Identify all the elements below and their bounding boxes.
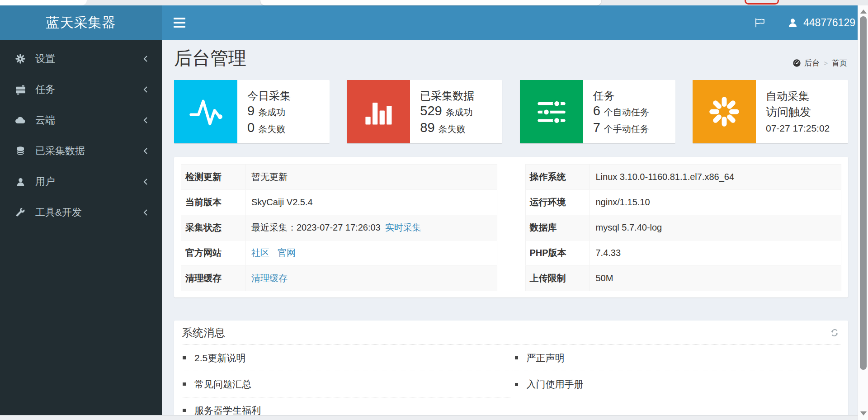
- system-info-table-right: 操作系统 Linux 3.10.0-1160.81.1.el7.x86_64 运…: [525, 164, 842, 291]
- messages-column-right: 严正声明 入门使用手册: [512, 345, 841, 420]
- user-id: 448776129: [803, 17, 855, 29]
- message-item[interactable]: 2.5更新说明: [182, 345, 510, 371]
- bullet-icon: [183, 382, 186, 386]
- chevron-left-icon: [143, 147, 148, 155]
- dashboard-icon: [793, 59, 801, 67]
- bullet-icon: [515, 356, 518, 359]
- breadcrumb-current[interactable]: 首页: [832, 58, 847, 68]
- scrollbar-thumb[interactable]: [860, 16, 867, 370]
- info-box-today-collect[interactable]: 今日采集 9条成功 0条失败: [174, 80, 330, 143]
- chevron-left-icon: [143, 209, 148, 216]
- scroll-down-arrow[interactable]: [858, 408, 868, 418]
- sidebar-item-label: 设置: [35, 52, 55, 66]
- community-link[interactable]: 社区: [251, 248, 269, 258]
- table-row: 清理缓存 清理缓存: [181, 266, 497, 291]
- stat-number: 7: [593, 120, 600, 135]
- message-item[interactable]: 常见问题汇总: [182, 371, 510, 397]
- info-box-title: 任务: [593, 88, 672, 103]
- vertical-scrollbar[interactable]: [858, 5, 868, 420]
- chevron-left-icon: [143, 178, 148, 185]
- table-row: 上传限制 50M: [525, 266, 841, 291]
- scroll-up-arrow[interactable]: [858, 6, 868, 16]
- table-row: 官方网站 社区官网: [181, 241, 497, 266]
- sidebar-item-label: 任务: [35, 83, 55, 96]
- browser-chrome-shape: [0, 0, 87, 5]
- system-info-card: 检测更新 暂无更新 当前版本 SkyCaiji V2.5.4 采集状态 最近采集…: [174, 157, 848, 297]
- chevron-left-icon: [143, 55, 148, 62]
- main-content: 后台管理 后台 > 首页: [162, 40, 857, 420]
- breadcrumb: 后台 > 首页: [793, 58, 847, 68]
- sliders-icon: [520, 80, 583, 143]
- table-row: PHP版本 7.4.33: [525, 241, 841, 266]
- user-icon: [13, 177, 28, 187]
- sidebar-item-tools-dev[interactable]: 工具&开发: [0, 197, 162, 228]
- sidebar-item-collected-data[interactable]: 已采集数据: [0, 136, 162, 166]
- table-row: 操作系统 Linux 3.10.0-1160.81.1.el7.x86_64: [525, 165, 841, 190]
- stat-text: 个手动任务: [604, 124, 649, 134]
- messages-column-left: 2.5更新说明 常见问题汇总 服务器学生福利: [182, 345, 510, 420]
- stat-number: 529: [420, 104, 442, 118]
- sidebar-toggle-button[interactable]: [174, 18, 185, 28]
- message-item[interactable]: 严正声明: [512, 345, 841, 371]
- stat-number: 0: [247, 120, 255, 135]
- bullet-icon: [183, 409, 186, 412]
- stat-number: 9: [247, 104, 255, 118]
- brand-logo[interactable]: 蓝天采集器: [0, 5, 162, 40]
- content-header: 后台管理 后台 > 首页: [174, 40, 848, 80]
- page-title: 后台管理: [174, 48, 848, 68]
- cloud-icon: [13, 114, 28, 126]
- stat-number: 6: [593, 104, 600, 118]
- sidebar-item-cloud[interactable]: 云端: [0, 105, 162, 136]
- info-box-row: 今日采集 9条成功 0条失败 已采集数据 529条成功 89条失败: [174, 80, 848, 143]
- stat-text: 个自动任务: [604, 107, 649, 117]
- stat-text: 访问触发: [766, 105, 811, 118]
- chevron-left-icon: [143, 86, 148, 93]
- user-icon: [787, 17, 798, 28]
- breadcrumb-separator: >: [824, 59, 828, 67]
- info-box-tasks[interactable]: 任务 6个自动任务 7个手动任务: [520, 80, 675, 143]
- system-info-table-left: 检测更新 暂无更新 当前版本 SkyCaiji V2.5.4 采集状态 最近采集…: [181, 164, 497, 291]
- wrench-icon: [13, 207, 28, 218]
- info-box-collected-data[interactable]: 已采集数据 529条成功 89条失败: [347, 80, 502, 143]
- breadcrumb-home[interactable]: 后台: [793, 58, 820, 68]
- database-icon: [13, 146, 28, 156]
- navbar: 448776129: [162, 5, 868, 40]
- stat-text: 条成功: [446, 107, 473, 117]
- clear-cache-link[interactable]: 清理缓存: [251, 273, 288, 283]
- flag-icon[interactable]: [755, 17, 765, 28]
- sidebar-item-settings[interactable]: 设置: [0, 43, 162, 74]
- stat-text: 条成功: [258, 107, 285, 117]
- tasks-icon: [13, 84, 28, 95]
- sidebar-item-label: 已采集数据: [35, 144, 85, 158]
- refresh-icon: [830, 329, 839, 337]
- top-header: 蓝天采集器 448776129: [0, 5, 868, 40]
- info-box-title: 今日采集: [247, 88, 326, 103]
- bottom-edge-strip: [0, 415, 858, 420]
- sidebar-item-users[interactable]: 用户: [0, 166, 162, 197]
- table-row: 数据库 mysql 5.7.40-log: [525, 215, 841, 241]
- system-messages-header: 系统消息: [182, 321, 840, 345]
- browser-chrome-strip: [0, 0, 868, 5]
- sidebar: 设置 任务 云端: [0, 40, 162, 420]
- spinner-icon: [693, 80, 756, 143]
- info-box-auto-collect[interactable]: 自动采集 访问触发 07-27 17:25:02: [693, 80, 848, 143]
- gear-icon: [13, 53, 28, 64]
- stat-text: 07-27 17:25:02: [766, 123, 830, 133]
- browser-omnibox-edge: [260, 0, 601, 5]
- pulse-icon: [174, 80, 237, 143]
- refresh-button[interactable]: [829, 327, 840, 339]
- user-menu[interactable]: 448776129: [787, 17, 855, 29]
- message-item[interactable]: 入门使用手册: [512, 371, 841, 397]
- system-messages-card: 系统消息 2.5更新说明 常见问题汇总 服务器学生福利: [174, 321, 848, 420]
- chevron-left-icon: [143, 117, 148, 124]
- realtime-collect-link[interactable]: 实时采集: [385, 222, 421, 232]
- navbar-right: 448776129: [755, 5, 855, 40]
- sidebar-item-label: 工具&开发: [35, 206, 82, 219]
- bullet-icon: [183, 356, 186, 359]
- sidebar-item-label: 用户: [35, 175, 55, 189]
- sidebar-item-tasks[interactable]: 任务: [0, 74, 162, 105]
- table-row: 运行环境 nginx/1.15.10: [525, 190, 841, 215]
- table-row: 当前版本 SkyCaiji V2.5.4: [181, 190, 497, 215]
- info-box-title: 已采集数据: [420, 88, 499, 103]
- official-site-link[interactable]: 官网: [278, 248, 296, 258]
